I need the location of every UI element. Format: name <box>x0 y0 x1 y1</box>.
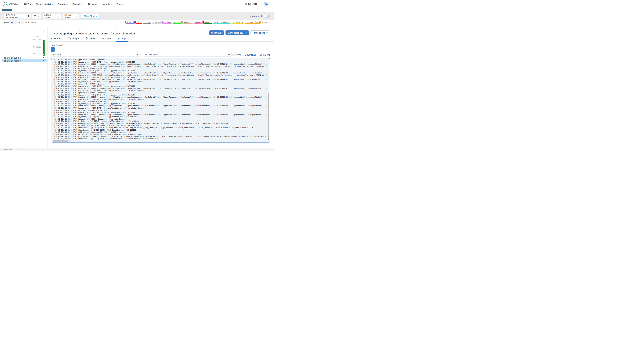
task-row-spark-pi-monitor[interactable]: spark_pi_monitor <box>2 59 47 62</box>
attempt-1-button[interactable]: 1 <box>51 47 55 52</box>
chevron-down-icon <box>228 54 230 55</box>
mark-state-button[interactable]: Mark state as… <box>226 31 249 35</box>
chevron-down-icon <box>38 16 39 17</box>
divider <box>0 27 274 27</box>
dag-value[interactable]: sparkapp_dag <box>54 32 72 35</box>
task-state-square[interactable] <box>42 60 44 61</box>
state-badge-removed[interactable]: removed <box>152 21 162 24</box>
run-states-select[interactable]: All Run States <box>63 14 79 19</box>
scroll-left-arrow-icon[interactable]: ◂ <box>51 140 52 142</box>
vertical-scrollbar[interactable]: ▼ <box>268 58 270 140</box>
manual-run-play-icon: ▶ <box>43 54 44 55</box>
breadcrumb-task[interactable]: Task spark_pi_monitor <box>113 30 135 35</box>
avatar[interactable]: AA <box>264 2 268 7</box>
state-badge-failed[interactable]: failed <box>135 21 142 24</box>
vertical-scrollbar-thumb[interactable] <box>268 93 269 139</box>
task-value[interactable]: spark_pi_monitor <box>113 32 135 35</box>
page-size-select[interactable]: 25 <box>32 14 41 19</box>
state-badge-scheduled[interactable]: scheduled <box>182 21 193 24</box>
log-level-value: All Levels <box>53 54 61 56</box>
log-line: [2024-03-18, 13:42:53 UTC] {dagrun.py:73… <box>52 135 268 138</box>
expand-panel-icon[interactable]: » <box>51 31 52 34</box>
manual-trigger-icon: ▶ <box>76 32 77 35</box>
tab-label: Gantt <box>89 37 95 40</box>
tab-details[interactable]: ⚠ Details <box>51 37 62 41</box>
state-badge-up_for_retry[interactable]: up_for_retry <box>232 21 244 24</box>
state-badge-no_status[interactable]: no_status <box>261 21 270 24</box>
log-line: [2024-03-18, 13:42:28 UTC] {pyspark_pi.p… <box>52 70 268 72</box>
airflow-brand[interactable]: Airflow <box>3 1 18 7</box>
nav-item-browse[interactable]: Browse▾ <box>88 3 98 6</box>
tab-gantt[interactable]: Gantt <box>86 37 95 41</box>
see-more-link[interactable]: See More <box>260 54 270 56</box>
breadcrumb-dag[interactable]: DAG sparkapp_dag <box>54 30 72 35</box>
wrap-checkbox[interactable] <box>232 54 234 56</box>
tab-graph[interactable]: Graph <box>68 37 79 41</box>
nav-item-label: Datasets <box>58 3 68 6</box>
collapse-panel-icon[interactable]: « <box>44 29 46 33</box>
nav-item-label: Cluster Activity <box>36 3 53 6</box>
breadcrumb-run[interactable]: Run ▶2024-03-18, 13:42:16 UTC <box>76 30 109 35</box>
state-badge-queued[interactable]: queued <box>143 21 152 24</box>
breadcrumb: » DAG sparkapp_dag / Run ▶2024-03-18, 13… <box>51 30 270 35</box>
log-line: [2024-03-18, 13:42:33 UTC] {rest.py:231}… <box>52 79 268 81</box>
filter-tasks-button[interactable]: Filter Tasks <box>250 31 270 35</box>
state-badge-upstream_failed[interactable]: upstream_failed <box>245 21 260 24</box>
run-types-value: All Run Types <box>44 14 56 19</box>
meta-row: Press shift + / for Shortcuts deferredfa… <box>4 21 270 24</box>
state-badge-success[interactable]: success <box>203 21 212 24</box>
clear-filters-button[interactable]: Clear Filters <box>81 14 99 19</box>
run-value[interactable]: 2024-03-18, 13:42:16 UTC <box>78 32 109 35</box>
clear-task-button[interactable]: Clear task <box>209 31 224 35</box>
state-badge-skipped[interactable]: skipped <box>194 21 202 24</box>
base-date-input[interactable]: 03/18/2024, 01:52:47 PM <box>4 14 30 19</box>
chevron-down-icon <box>246 33 247 33</box>
tab-code[interactable]: <> Code <box>102 37 111 41</box>
log-line: [2024-03-18, 13:42:53 UTC] {pyspark_pi.p… <box>52 116 268 118</box>
dag-run-duration-bar[interactable]: ▶ <box>43 40 44 56</box>
shortcuts-prefix: Press <box>4 21 9 24</box>
nav-item-label: Admin <box>103 3 110 6</box>
attempts-note: (by attempts) <box>51 44 270 46</box>
chevron-down-icon <box>76 16 78 17</box>
chevron-down-icon: ▾ <box>111 3 112 5</box>
state-badge-up_for_reschedule[interactable]: up_for_reschedule <box>213 21 231 24</box>
tab-logs[interactable]: ☰ Logs <box>118 37 126 41</box>
horizontal-scrollbar[interactable]: ◂ ▸ <box>51 140 268 142</box>
task-row-spark-pi-submit[interactable]: spark_pi_submit <box>2 56 47 59</box>
tab-label: Code <box>105 37 111 40</box>
log-line: [2024-03-18, 13:42:23 UTC] {job.py:216} … <box>52 59 268 61</box>
nav-item-security[interactable]: Security▾ <box>72 3 83 6</box>
clock-chevron-down-icon[interactable]: ▾ <box>259 3 260 5</box>
chevron-down-icon: ▾ <box>82 3 83 5</box>
download-link[interactable]: Download <box>245 54 256 56</box>
nav-item-admin[interactable]: Admin▾ <box>103 3 112 6</box>
duration-tick: 00:00:00 <box>33 53 41 55</box>
nav-item-docs[interactable]: Docs▾ <box>117 3 124 6</box>
file-source-select[interactable]: All File Sources <box>143 53 232 57</box>
log-level-select[interactable]: All Levels <box>51 53 140 57</box>
auto-refresh-toggle[interactable] <box>264 15 270 18</box>
state-badge-deferred[interactable]: deferred <box>126 21 135 24</box>
run-types-select[interactable]: All Run Types <box>43 14 61 19</box>
task-state-square[interactable] <box>42 57 44 58</box>
state-badge-restarting[interactable]: restarting <box>162 21 172 24</box>
utc-clock[interactable]: 13:52 UTC <box>244 3 257 6</box>
version-link[interactable]: v2.7.2 <box>13 148 19 151</box>
log-line: [2024-03-18, 13:42:48 UTC] {rest.py:231}… <box>52 105 268 107</box>
user-chevron-down-icon[interactable]: ▾ <box>270 3 271 5</box>
horizontal-scrollbar-thumb[interactable] <box>53 140 68 142</box>
calendar-icon[interactable] <box>27 15 29 18</box>
tab-bar: ⚠ Details Graph Gantt <> Code ☰ Logs <box>48 37 274 42</box>
nav-item-label: Browse <box>88 3 97 6</box>
scroll-right-arrow-icon[interactable]: ▸ <box>267 140 268 142</box>
nav-item-dags[interactable]: DAGs <box>24 3 31 6</box>
nav-item-datasets[interactable]: Datasets <box>58 3 68 6</box>
nav-menu: DAGsCluster ActivityDatasetsSecurity▾Bro… <box>24 3 124 6</box>
run-label: Run <box>78 30 109 32</box>
slash-key: / <box>20 21 24 24</box>
nav-item-cluster-activity[interactable]: Cluster Activity <box>36 3 53 6</box>
state-badge-running[interactable]: running <box>173 21 182 24</box>
scroll-down-arrow-icon[interactable]: ▼ <box>268 139 270 140</box>
chevron-down-icon <box>58 16 60 17</box>
